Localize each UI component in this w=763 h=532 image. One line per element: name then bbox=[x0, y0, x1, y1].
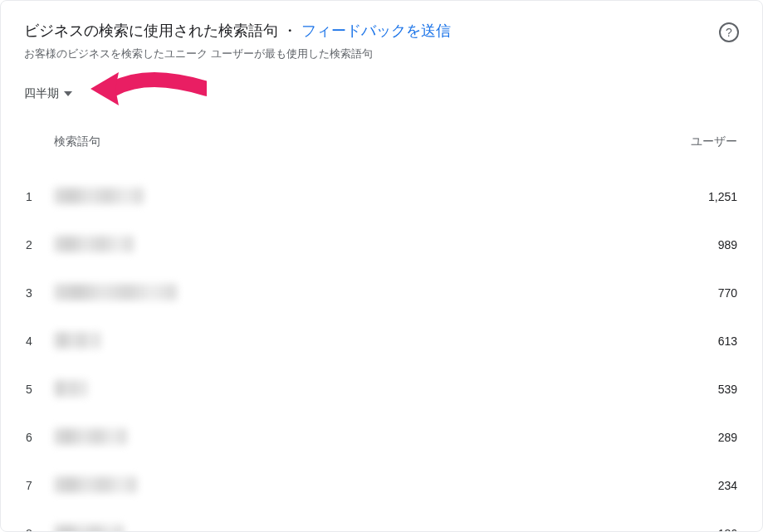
table-row: 4 613 bbox=[24, 317, 739, 365]
col-term-header: 検索語句 bbox=[54, 134, 663, 149]
table-row: 5 539 bbox=[24, 365, 739, 413]
row-users: 234 bbox=[663, 479, 737, 492]
redacted-term bbox=[54, 476, 137, 493]
row-term bbox=[54, 236, 663, 255]
row-users: 1,251 bbox=[663, 190, 737, 203]
table-row: 1 1,251 bbox=[24, 173, 739, 221]
redacted-term bbox=[54, 428, 127, 445]
row-rank: 1 bbox=[26, 190, 54, 203]
search-terms-card: ビジネスの検索に使用された検索語句 ・ フィードバックを送信 お客様のビジネスを… bbox=[0, 0, 763, 532]
table-row: 3 770 bbox=[24, 269, 739, 317]
row-term bbox=[54, 332, 663, 351]
row-term bbox=[54, 188, 663, 207]
row-users: 613 bbox=[663, 334, 737, 348]
table-header: 検索語句 ユーザー bbox=[24, 134, 739, 149]
title-wrap: ビジネスの検索に使用された検索語句 ・ フィードバックを送信 お客様のビジネスを… bbox=[24, 21, 719, 61]
annotation-arrow bbox=[90, 66, 207, 112]
row-rank: 4 bbox=[26, 334, 54, 348]
row-rank: 2 bbox=[26, 238, 54, 251]
redacted-term bbox=[54, 284, 177, 300]
row-rank: 8 bbox=[26, 527, 54, 532]
row-rank: 5 bbox=[26, 383, 54, 396]
card-title: ビジネスの検索に使用された検索語句 ・ フィードバックを送信 bbox=[24, 21, 719, 41]
row-rank: 7 bbox=[26, 479, 54, 492]
help-icon[interactable]: ? bbox=[719, 22, 739, 42]
row-rank: 3 bbox=[26, 286, 54, 300]
table-row: 2 989 bbox=[24, 221, 739, 269]
redacted-term bbox=[54, 332, 100, 349]
card-header: ビジネスの検索に使用された検索語句 ・ フィードバックを送信 お客様のビジネスを… bbox=[24, 21, 739, 61]
row-term bbox=[54, 476, 663, 495]
row-users: 989 bbox=[663, 238, 737, 251]
row-users: 289 bbox=[663, 431, 737, 444]
row-users: 186 bbox=[663, 527, 737, 532]
redacted-term bbox=[54, 525, 124, 532]
redacted-term bbox=[54, 380, 87, 397]
title-text: ビジネスの検索に使用された検索語句 bbox=[24, 22, 278, 39]
row-users: 770 bbox=[663, 286, 737, 300]
period-label: 四半期 bbox=[24, 86, 59, 101]
row-term bbox=[54, 284, 663, 303]
row-term bbox=[54, 380, 663, 399]
row-term bbox=[54, 525, 663, 532]
row-users: 539 bbox=[663, 383, 737, 396]
title-separator: ・ bbox=[282, 22, 297, 39]
row-term bbox=[54, 428, 663, 447]
svg-marker-0 bbox=[90, 72, 119, 105]
table-row: 7 234 bbox=[24, 461, 739, 510]
redacted-term bbox=[54, 236, 134, 252]
col-users-header: ユーザー bbox=[663, 134, 737, 149]
table-row: 6 289 bbox=[24, 413, 739, 461]
period-selector[interactable]: 四半期 bbox=[24, 86, 72, 101]
card-subtitle: お客様のビジネスを検索したユニーク ユーザーが最も使用した検索語句 bbox=[24, 46, 719, 61]
send-feedback-link[interactable]: フィードバックを送信 bbox=[301, 22, 451, 39]
search-terms-table: 検索語句 ユーザー 1 1,251 2 989 3 770 4 613 5 53… bbox=[24, 134, 739, 532]
chevron-down-icon bbox=[64, 91, 72, 96]
row-rank: 6 bbox=[26, 431, 54, 444]
redacted-term bbox=[54, 188, 144, 204]
table-row: 8 186 bbox=[24, 510, 739, 532]
